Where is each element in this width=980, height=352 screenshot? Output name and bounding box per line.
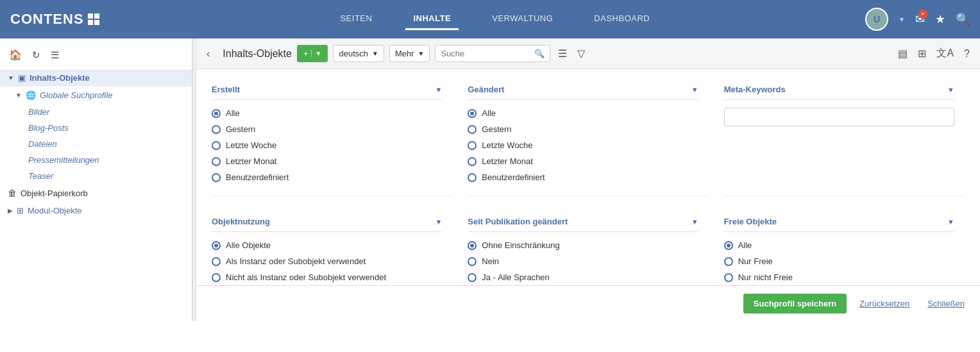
filter-meta-keywords: Meta-Keywords ▼ bbox=[724, 80, 965, 196]
filter-icon[interactable]: ▽ bbox=[575, 45, 587, 62]
sidebar-item-pressemitteilungen[interactable]: Pressemitteilungen bbox=[0, 152, 192, 168]
radio-icon[interactable] bbox=[724, 257, 733, 266]
nav-seiten[interactable]: SEITEN bbox=[332, 8, 380, 30]
sidebar-item-inhalts-objekte[interactable]: ▼ ▣ Inhalts-Objekte bbox=[0, 69, 192, 87]
search-button[interactable]: 🔍 bbox=[956, 12, 970, 26]
radio-icon[interactable] bbox=[468, 157, 477, 166]
filter-geaendert-label: Geändert bbox=[468, 85, 504, 94]
notifications-button[interactable]: ✉ + bbox=[915, 12, 925, 26]
filter-seit-publikation-header[interactable]: Seit Publikation geändert ▼ bbox=[468, 212, 698, 232]
radio-icon[interactable] bbox=[468, 125, 477, 134]
save-search-profile-button[interactable]: Suchprofil speichern bbox=[743, 294, 847, 314]
filter-geaendert: Geändert ▼ Alle Gestern bbox=[468, 80, 708, 196]
filter-seit-ja-alle[interactable]: Ja - Alle Sprachen bbox=[468, 269, 698, 285]
radio-icon[interactable] bbox=[468, 109, 477, 118]
radio-icon[interactable] bbox=[468, 241, 477, 250]
sidebar-item-objekt-papierkorb[interactable]: 🗑 Objekt-Papierkorb bbox=[0, 184, 192, 202]
filter-objektnutzung-nicht-instanz[interactable]: Nicht als Instanz oder Subobjekt verwend… bbox=[212, 269, 442, 285]
nav-inhalte[interactable]: INHALTE bbox=[405, 8, 459, 30]
radio-icon[interactable] bbox=[724, 273, 733, 282]
filter-geaendert-alle[interactable]: Alle bbox=[468, 105, 698, 121]
filter-erstellt-benutzerdefiniert[interactable]: Benutzerdefiniert bbox=[212, 169, 442, 185]
language-select[interactable]: deutsch ▼ bbox=[333, 45, 384, 62]
sidebar-item-globale-suchprofile[interactable]: ▼ 🌐 Globale Suchprofile bbox=[0, 87, 192, 104]
filter-objektnutzung-instanz[interactable]: Als Instanz oder Subobjekt verwendet bbox=[212, 253, 442, 269]
radio-icon[interactable] bbox=[212, 273, 221, 282]
help-icon[interactable]: ? bbox=[961, 46, 972, 62]
add-button[interactable]: + ▼ bbox=[297, 45, 328, 62]
language-label: deutsch bbox=[339, 49, 368, 58]
nav-chevron-icon[interactable]: ▼ bbox=[899, 16, 905, 23]
globe-icon: 🌐 bbox=[26, 90, 36, 100]
option-label: Letzter Monat bbox=[482, 156, 533, 166]
list-rows-icon[interactable]: ▤ bbox=[895, 45, 910, 62]
radio-icon[interactable] bbox=[212, 173, 221, 182]
filter-erstellt-label: Erstellt bbox=[212, 85, 240, 94]
content-footer: Suchprofil speichern Zurücksetzen Schlie… bbox=[196, 285, 980, 321]
app-logo: CONTENS bbox=[10, 11, 99, 28]
list-view-icon[interactable]: ☰ bbox=[555, 45, 570, 62]
search-icon[interactable]: 🔍 bbox=[534, 49, 545, 58]
refresh-icon[interactable]: ↻ bbox=[32, 49, 40, 61]
caret-down-icon-2: ▼ bbox=[15, 92, 22, 99]
radio-icon[interactable] bbox=[212, 257, 221, 266]
reset-button[interactable]: Zurücksetzen bbox=[854, 294, 915, 314]
option-label: Letzte Woche bbox=[482, 140, 532, 150]
filter-geaendert-benutzerdefiniert[interactable]: Benutzerdefiniert bbox=[468, 169, 698, 185]
favorites-button[interactable]: ★ bbox=[935, 12, 945, 26]
filter-erstellt-header[interactable]: Erstellt ▼ bbox=[212, 80, 442, 100]
radio-icon[interactable] bbox=[212, 141, 221, 150]
radio-icon[interactable] bbox=[468, 173, 477, 182]
filter-objektnutzung-alle[interactable]: Alle Objekte bbox=[212, 237, 442, 253]
radio-icon[interactable] bbox=[468, 257, 477, 266]
filter-meta-keywords-header[interactable]: Meta-Keywords ▼ bbox=[724, 80, 954, 100]
filter-geaendert-letzte-woche[interactable]: Letzte Woche bbox=[468, 137, 698, 153]
translate-icon[interactable]: 文A bbox=[934, 44, 956, 63]
nav-verwaltung[interactable]: VERWALTUNG bbox=[484, 8, 561, 30]
filter-freie-objekte-header[interactable]: Freie Objekte ▼ bbox=[724, 212, 954, 232]
back-button[interactable]: ‹ bbox=[204, 46, 212, 62]
filter-seit-publikation-label: Seit Publikation geändert bbox=[468, 217, 568, 226]
radio-icon[interactable] bbox=[468, 273, 477, 282]
filter-freie-nur-freie[interactable]: Nur Freie bbox=[724, 253, 954, 269]
filter-seit-nein[interactable]: Nein bbox=[468, 253, 698, 269]
filter-erstellt-letzter-monat[interactable]: Letzter Monat bbox=[212, 153, 442, 169]
sidebar-item-blog-posts[interactable]: Blog-Posts bbox=[0, 120, 192, 136]
filter-freie-alle[interactable]: Alle bbox=[724, 237, 954, 253]
menu-icon[interactable]: ☰ bbox=[51, 49, 59, 61]
filter-geaendert-header[interactable]: Geändert ▼ bbox=[468, 80, 698, 100]
option-label: Ohne Einschränkung bbox=[482, 240, 559, 250]
grid-view-icon[interactable]: ⊞ bbox=[915, 45, 929, 62]
radio-icon[interactable] bbox=[212, 125, 221, 134]
option-label: Gestern bbox=[226, 124, 255, 134]
avatar[interactable]: U bbox=[865, 8, 888, 31]
filter-erstellt-letzte-woche[interactable]: Letzte Woche bbox=[212, 137, 442, 153]
option-label: Nein bbox=[482, 256, 499, 266]
sidebar-item-bilder[interactable]: Bilder bbox=[0, 104, 192, 120]
radio-icon[interactable] bbox=[212, 157, 221, 166]
mehr-select[interactable]: Mehr ▼ bbox=[389, 45, 430, 62]
sidebar-item-label: Objekt-Papierkorb bbox=[21, 189, 88, 198]
filter-geaendert-letzter-monat[interactable]: Letzter Monat bbox=[468, 153, 698, 169]
sidebar-item-teaser[interactable]: Teaser bbox=[0, 168, 192, 184]
radio-icon[interactable] bbox=[212, 109, 221, 118]
add-dropdown-arrow[interactable]: ▼ bbox=[311, 50, 322, 57]
filter-erstellt-alle[interactable]: Alle bbox=[212, 105, 442, 121]
sidebar-item-dateien[interactable]: Dateien bbox=[0, 136, 192, 152]
option-label: Letzte Woche bbox=[226, 140, 276, 150]
search-input[interactable] bbox=[441, 49, 530, 58]
nav-dashboard[interactable]: DASHBOARD bbox=[586, 8, 657, 30]
close-button[interactable]: Schließen bbox=[922, 294, 970, 314]
sidebar-item-modul-objekte[interactable]: ▶ ⊞ Modul-Objekte bbox=[0, 202, 192, 219]
radio-icon[interactable] bbox=[212, 241, 221, 250]
search-box[interactable]: 🔍 bbox=[435, 45, 550, 62]
radio-icon[interactable] bbox=[468, 141, 477, 150]
home-icon[interactable]: 🏠 bbox=[9, 49, 22, 61]
radio-icon[interactable] bbox=[724, 241, 733, 250]
meta-keywords-input[interactable] bbox=[724, 108, 954, 126]
filter-erstellt-gestern[interactable]: Gestern bbox=[212, 121, 442, 137]
filter-freie-nur-nicht-freie[interactable]: Nur nicht Freie bbox=[724, 269, 954, 285]
filter-geaendert-gestern[interactable]: Gestern bbox=[468, 121, 698, 137]
filter-objektnutzung-header[interactable]: Objektnutzung ▼ bbox=[212, 212, 442, 232]
filter-seit-ohne-einschraenkung[interactable]: Ohne Einschränkung bbox=[468, 237, 698, 253]
